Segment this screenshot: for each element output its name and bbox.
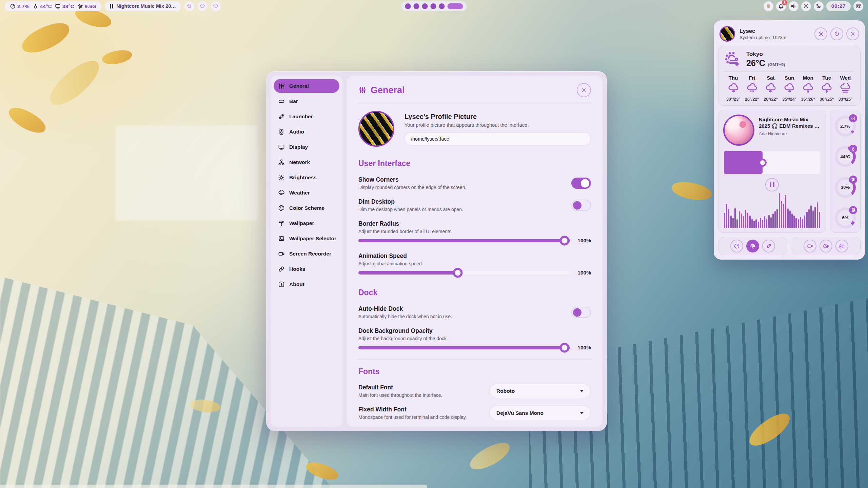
- slider-fill: [358, 346, 570, 349]
- sidebar-item-bar[interactable]: Bar: [274, 94, 339, 108]
- pause-button[interactable]: [765, 178, 779, 191]
- slider-knob[interactable]: [453, 268, 463, 278]
- clock[interactable]: 00:27: [826, 1, 851, 11]
- gpu-temp-value: 38°C: [62, 3, 74, 9]
- volume-button[interactable]: [789, 1, 798, 11]
- close-panel-button[interactable]: [846, 27, 859, 40]
- default-font-description: Main font used throughout the interface.: [358, 392, 481, 398]
- record-off-button[interactable]: [820, 240, 832, 252]
- overview-button[interactable]: [853, 1, 863, 11]
- sidebar-item-hooks[interactable]: Hooks: [274, 262, 339, 276]
- chevron-down-icon: [580, 412, 584, 414]
- sidebar-item-launcher[interactable]: Launcher: [274, 109, 339, 123]
- sidebar-item-label: Hooks: [289, 266, 305, 272]
- sidebar-item-about[interactable]: About: [274, 277, 339, 291]
- dock-opacity-value: 100%: [570, 345, 591, 351]
- show-corners-toggle[interactable]: [571, 178, 591, 189]
- visualizer-bar: [774, 211, 776, 228]
- sidebar-item-weather[interactable]: Weather: [274, 186, 339, 200]
- dock-opacity-slider[interactable]: [358, 346, 570, 349]
- screen-record-button[interactable]: [804, 240, 816, 252]
- sidebar-item-label: Screen Recorder: [289, 251, 331, 257]
- profile-path-input[interactable]: [405, 132, 591, 145]
- border-radius-slider[interactable]: [358, 239, 570, 242]
- sidebar-item-audio[interactable]: Audio: [274, 125, 339, 139]
- toggle-knob: [573, 201, 581, 209]
- visualizer-bar: [760, 218, 761, 228]
- notifications-button[interactable]: 8: [776, 1, 786, 11]
- image-icon: [278, 235, 285, 242]
- storm-icon: [802, 83, 814, 95]
- skull-button[interactable]: [184, 1, 194, 11]
- workspace-dot-4[interactable]: [431, 3, 436, 9]
- power-button[interactable]: [830, 27, 843, 40]
- music-artist: Aria Nightcore: [759, 131, 821, 136]
- chevron-down-icon: [580, 390, 584, 392]
- sidebar-item-screen-recorder[interactable]: Screen Recorder: [274, 247, 339, 261]
- visualizer-bar: [726, 204, 727, 228]
- slider-knob[interactable]: [560, 343, 570, 353]
- workspace-dot-3[interactable]: [422, 3, 428, 9]
- video-icon: [278, 250, 285, 257]
- music-pill[interactable]: Nightcore Music Mix 20…: [105, 1, 181, 11]
- sidebar-item-general[interactable]: General: [274, 79, 339, 93]
- power-icon: [834, 31, 840, 37]
- auto-hide-dock-toggle[interactable]: [571, 307, 591, 318]
- animation-speed-value: 100%: [570, 270, 591, 276]
- border-radius-description: Adjust the rounded border of all UI elem…: [358, 229, 583, 234]
- visualizer-bar: [753, 221, 755, 228]
- rain-icon: [765, 83, 776, 95]
- cpu-value: 2.7%: [17, 3, 29, 9]
- close-settings-button[interactable]: [577, 83, 591, 97]
- sidebar-item-network[interactable]: Network: [274, 155, 339, 169]
- slider-knob[interactable]: [758, 159, 767, 167]
- workspace-dot-1[interactable]: [405, 3, 411, 9]
- default-font-dropdown[interactable]: Roboto: [489, 384, 591, 398]
- control-panel: Lysec System uptime: 1h23m Tokyo: [714, 20, 865, 260]
- visualizer-bar: [770, 217, 772, 228]
- settings-sidebar: General Bar Launcher Audio Display Netwo…: [271, 76, 342, 427]
- workspace-active-indicator[interactable]: [448, 3, 463, 9]
- border-radius-label: Border Radius: [358, 220, 583, 227]
- palette-icon: [278, 205, 285, 211]
- visualizer-bar: [734, 208, 736, 228]
- tray-app-button[interactable]: [764, 1, 773, 11]
- flame-icon: [33, 3, 38, 9]
- sidebar-item-color-scheme[interactable]: Color Scheme: [274, 201, 339, 215]
- brightness-button[interactable]: [801, 1, 811, 11]
- visualizer-bar: [779, 193, 780, 228]
- balanced-mode-button[interactable]: [746, 240, 759, 252]
- sidebar-item-label: Bar: [289, 98, 298, 104]
- screenshot-button[interactable]: [835, 240, 848, 252]
- workspace-dot-2[interactable]: [414, 3, 419, 9]
- speedometer-icon: [10, 3, 16, 9]
- animation-speed-slider[interactable]: [358, 271, 570, 274]
- visualizer-bar: [724, 213, 725, 228]
- cpu-gauge: 2.7%: [835, 116, 856, 137]
- visualizer-bar: [812, 210, 814, 228]
- fixed-font-value: DejaVu Sans Mono: [496, 410, 544, 416]
- slider-fill: [358, 239, 570, 242]
- slider-knob[interactable]: [560, 236, 570, 246]
- heart-button-2[interactable]: [211, 1, 221, 11]
- settings-button[interactable]: [814, 27, 827, 40]
- temp-value: 44°C: [40, 3, 52, 9]
- fixed-font-dropdown[interactable]: DejaVu Sans Mono: [489, 406, 591, 420]
- music-progress-slider[interactable]: [724, 151, 820, 174]
- sidebar-item-brightness[interactable]: Brightness: [274, 170, 339, 184]
- sidebar-item-wallpaper[interactable]: Wallpaper: [274, 216, 339, 230]
- visualizer-bar: [781, 201, 782, 228]
- wallpaper-leaf: [466, 438, 513, 474]
- night-light-button[interactable]: [814, 1, 824, 11]
- dim-desktop-toggle[interactable]: [571, 200, 591, 211]
- visualizer-bar: [747, 213, 748, 228]
- music-pill-title: Nightcore Music Mix 20…: [116, 3, 176, 9]
- workspace-dot-5[interactable]: [439, 3, 445, 9]
- sidebar-item-wallpaper-selector[interactable]: Wallpaper Selector: [274, 231, 339, 245]
- heart-button[interactable]: [198, 1, 208, 11]
- show-corners-description: Display rounded corners on the edge of t…: [358, 185, 563, 190]
- performance-mode-button[interactable]: [730, 240, 743, 252]
- visualizer-bar: [800, 217, 801, 228]
- power-saver-mode-button[interactable]: [762, 240, 775, 252]
- sidebar-item-display[interactable]: Display: [274, 140, 339, 154]
